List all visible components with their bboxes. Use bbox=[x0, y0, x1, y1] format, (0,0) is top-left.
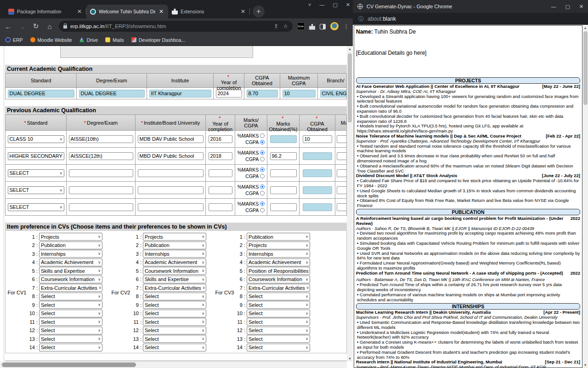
marks-obtained-input[interactable] bbox=[270, 203, 297, 211]
marks-radio[interactable] bbox=[260, 150, 265, 155]
cgpa-radio[interactable] bbox=[260, 191, 265, 196]
erp-vscroll-thumb[interactable] bbox=[348, 53, 352, 122]
marks-radio[interactable] bbox=[260, 133, 265, 138]
institute-input[interactable]: MBD DAV Public School bbox=[138, 152, 204, 160]
current-academic-field[interactable]: 10 bbox=[283, 90, 316, 98]
scroll-down-icon[interactable]: ▼ bbox=[347, 356, 353, 362]
institute-input[interactable]: MDB DAV Public School bbox=[138, 135, 204, 143]
cutoff-input[interactable] bbox=[337, 135, 347, 143]
tab-close-icon[interactable]: ✕ bbox=[158, 8, 164, 15]
cv-preference-select[interactable]: Select∨ bbox=[247, 327, 310, 334]
menu-kebab-icon[interactable]: ⋮ bbox=[343, 23, 349, 30]
minimize-icon[interactable]: — bbox=[319, 2, 324, 7]
marks-obtained-input[interactable] bbox=[270, 135, 297, 143]
bookmark-item[interactable]: ERP bbox=[6, 37, 23, 43]
institute-input[interactable] bbox=[138, 203, 204, 211]
degree-input[interactable]: AISSE(10th) bbox=[69, 135, 133, 143]
cv-preference-select[interactable]: Select∨ bbox=[143, 301, 206, 309]
cv-maximize-icon[interactable]: ▢ bbox=[565, 4, 570, 10]
cutoff-input[interactable] bbox=[337, 203, 347, 211]
marks-obtained-input[interactable]: 96.2 bbox=[270, 152, 297, 160]
standard-select[interactable]: SELECT∨ bbox=[8, 203, 64, 211]
cv-preference-select[interactable]: Select∨ bbox=[143, 310, 206, 317]
cv-preference-select[interactable]: Academic Achievement∨ bbox=[143, 259, 206, 266]
cv-scroll-down-icon[interactable]: ▼ bbox=[582, 362, 588, 368]
bookmark-item[interactable]: Mails bbox=[105, 37, 124, 43]
share-icon[interactable]: ⇪ bbox=[274, 23, 278, 29]
cutoff-input[interactable] bbox=[337, 169, 347, 177]
cv-preference-select[interactable]: Select∨ bbox=[39, 293, 102, 300]
cv-preference-select[interactable]: Select∨ bbox=[39, 310, 102, 317]
tab-close-icon[interactable]: ✕ bbox=[76, 8, 83, 15]
cv-preference-select[interactable]: Select∨ bbox=[143, 318, 206, 326]
cv-preference-select[interactable]: Internships∨ bbox=[39, 250, 102, 258]
marks-radio[interactable] bbox=[260, 184, 265, 189]
cv-preference-select[interactable]: Coursework Information∨ bbox=[39, 276, 102, 283]
institute-input[interactable] bbox=[138, 169, 204, 177]
cv-preference-select[interactable]: Internships∨ bbox=[143, 250, 206, 258]
cv-preference-select[interactable]: Select∨ bbox=[143, 327, 206, 334]
cv-minimize-icon[interactable]: — bbox=[551, 4, 556, 10]
bookmark-item[interactable]: Drive bbox=[79, 37, 98, 43]
cv-preference-select[interactable]: Internships∨ bbox=[247, 250, 310, 258]
tab-close-icon[interactable]: ✕ bbox=[240, 8, 246, 15]
year-input[interactable]: 2016 bbox=[209, 135, 232, 143]
cv-preference-select[interactable]: Publication∨ bbox=[39, 242, 102, 249]
cv-preference-select[interactable]: Publication∨ bbox=[247, 233, 310, 241]
current-academic-field[interactable]: CIVIL ENGG bbox=[320, 90, 347, 98]
extensions-puzzle-icon[interactable] bbox=[309, 24, 315, 30]
institute-input[interactable] bbox=[138, 186, 204, 194]
dynac-extension-icon[interactable]: Dynac bbox=[297, 23, 305, 30]
cgpa-obtained-input[interactable] bbox=[303, 169, 332, 177]
cutoff-input[interactable] bbox=[337, 186, 347, 194]
cv-address-bar[interactable]: ⓘ about:blank bbox=[353, 13, 588, 25]
cv-scroll-up-icon[interactable]: ▲ bbox=[582, 25, 588, 31]
cv-preference-select[interactable]: Select∨ bbox=[39, 318, 102, 326]
current-academic-field[interactable]: IIT Kharagpur bbox=[149, 90, 211, 98]
cgpa-obtained-input[interactable] bbox=[303, 203, 332, 211]
degree-input[interactable] bbox=[69, 203, 133, 211]
browser-tab[interactable]: Extensions✕ bbox=[168, 5, 250, 18]
cgpa-radio[interactable] bbox=[260, 157, 265, 161]
cv-vertical-scrollbar[interactable]: ▲ ▼ bbox=[582, 25, 588, 368]
cv-preference-select[interactable]: Extra-Curricular Activities∨ bbox=[247, 284, 310, 292]
cgpa-radio[interactable] bbox=[260, 208, 265, 213]
current-academic-field[interactable]: 2024 bbox=[216, 90, 242, 98]
lock-icon[interactable] bbox=[63, 25, 67, 29]
marks-obtained-input[interactable] bbox=[270, 169, 297, 177]
cv-preference-select[interactable]: Select∨ bbox=[247, 335, 310, 343]
year-input[interactable] bbox=[209, 169, 232, 177]
marks-radio[interactable] bbox=[260, 167, 265, 172]
cv-preference-select[interactable]: Academic Achievement∨ bbox=[247, 259, 310, 266]
scroll-up-icon[interactable]: ▲ bbox=[347, 46, 353, 52]
cv-preference-select[interactable]: Projects∨ bbox=[247, 242, 310, 249]
current-academic-field[interactable]: 8.70 bbox=[247, 90, 278, 98]
cv-preference-select[interactable]: Skills and Expertise∨ bbox=[39, 267, 102, 275]
cv-preference-select[interactable]: Extra-Curricular Activities∨ bbox=[143, 284, 206, 292]
cv-preference-select[interactable]: Select∨ bbox=[143, 344, 206, 351]
erp-hscroll-thumb[interactable] bbox=[2, 362, 136, 367]
bookmark-item[interactable]: Moodle Website bbox=[30, 37, 72, 43]
cv-preference-select[interactable]: Extra-Curricular Activities∨ bbox=[39, 284, 102, 292]
side-panel-icon[interactable] bbox=[320, 24, 326, 29]
cv-preference-select[interactable]: Select∨ bbox=[247, 301, 310, 309]
cgpa-radio[interactable] bbox=[260, 140, 265, 144]
standard-select[interactable]: SELECT∨ bbox=[8, 186, 64, 194]
cgpa-obtained-input[interactable] bbox=[303, 186, 332, 194]
degree-input[interactable] bbox=[69, 169, 133, 177]
standard-select[interactable]: CLASS 10∨ bbox=[8, 135, 64, 143]
cv-preference-select[interactable]: Select∨ bbox=[143, 335, 206, 343]
cv-preference-select[interactable]: Academic Achievement∨ bbox=[39, 259, 102, 266]
cv-preference-select[interactable]: Select∨ bbox=[247, 310, 310, 317]
cv-preference-select[interactable]: Select∨ bbox=[143, 293, 206, 300]
cv-preference-select[interactable]: Projects∨ bbox=[39, 233, 102, 241]
cv-preference-select[interactable]: Select∨ bbox=[247, 344, 310, 351]
home-icon[interactable]: ⌂ bbox=[45, 23, 54, 30]
reload-icon[interactable]: ↻ bbox=[31, 22, 40, 30]
maximize-icon[interactable]: ▢ bbox=[333, 2, 337, 8]
address-bar[interactable]: erp.iitkgp.ac.in/IIT_ERP3/showmenu.htm ⇪… bbox=[59, 21, 293, 32]
cv-preference-select[interactable]: Select∨ bbox=[247, 293, 310, 300]
cv-vscroll-thumb[interactable] bbox=[583, 31, 588, 105]
erp-horizontal-scrollbar[interactable] bbox=[0, 362, 347, 368]
back-icon[interactable]: ← bbox=[4, 23, 13, 30]
